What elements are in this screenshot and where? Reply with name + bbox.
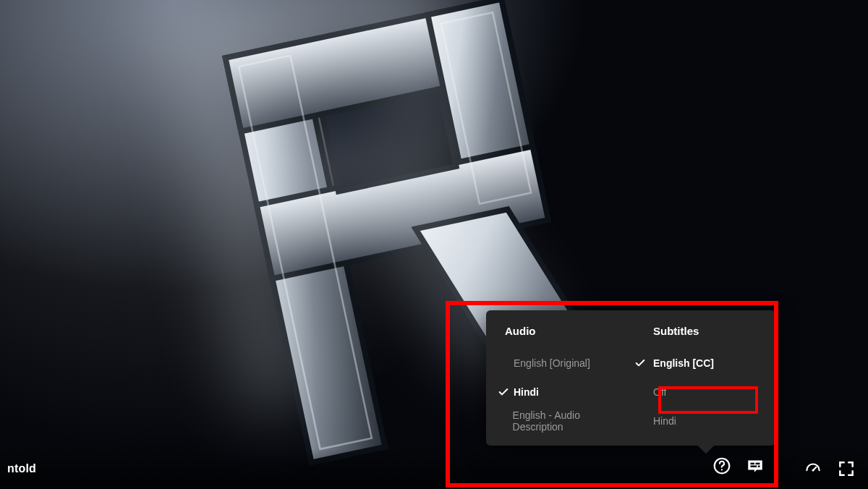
subtitles-column: Subtitles English [CC] Off Hindi — [631, 325, 775, 435]
check-icon — [498, 386, 514, 398]
audio-option-label: English [Original] — [514, 357, 590, 369]
subtitles-button[interactable] — [742, 453, 768, 479]
svg-rect-17 — [751, 465, 757, 467]
subtitles-header: Subtitles — [634, 325, 761, 337]
check-icon — [498, 415, 513, 427]
audio-option-english-original[interactable]: English [Original] — [498, 349, 631, 378]
video-title: ntold — [7, 462, 36, 475]
subtitles-option-hindi[interactable]: Hindi — [634, 407, 761, 435]
playback-speed-button[interactable] — [799, 454, 827, 483]
audio-option-label: English - Audio Description — [513, 409, 626, 433]
svg-point-14 — [721, 469, 723, 470]
svg-point-20 — [812, 469, 814, 472]
check-icon — [498, 357, 514, 369]
subtitles-option-label: English [CC] — [653, 357, 714, 369]
audio-option-label: Hindi — [514, 386, 539, 398]
check-icon — [634, 386, 653, 398]
help-button[interactable] — [709, 453, 735, 479]
audio-header: Audio — [505, 325, 631, 337]
subtitles-option-label: Hindi — [653, 415, 676, 427]
audio-column: Audio English [Original] Hindi English -… — [486, 325, 631, 435]
audio-subtitles-panel: Audio English [Original] Hindi English -… — [486, 310, 775, 446]
svg-rect-15 — [751, 463, 754, 464]
subtitles-option-off[interactable]: Off — [634, 378, 761, 407]
check-icon — [634, 415, 653, 427]
subtitles-option-english-cc[interactable]: English [CC] — [634, 349, 761, 378]
audio-option-hindi[interactable]: Hindi — [498, 378, 631, 407]
video-player: Audio English [Original] Hindi English -… — [0, 0, 868, 489]
audio-option-english-ad[interactable]: English - Audio Description — [498, 407, 631, 435]
check-icon — [634, 357, 653, 369]
subtitles-option-label: Off — [653, 386, 666, 398]
fullscreen-button[interactable] — [832, 454, 861, 483]
svg-rect-18 — [758, 465, 760, 467]
svg-rect-16 — [756, 463, 760, 464]
